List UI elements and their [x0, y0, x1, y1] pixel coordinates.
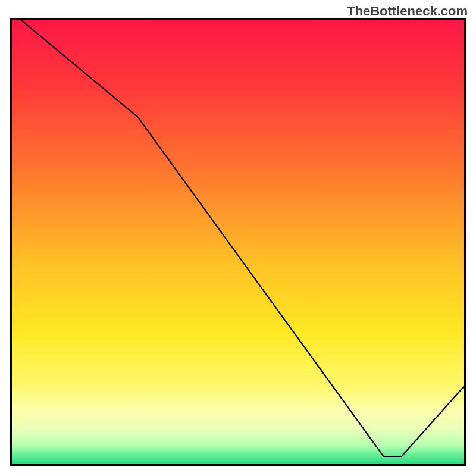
watermark-text: TheBottleneck.com: [347, 4, 468, 19]
chart-svg: [0, 0, 476, 476]
chart-container: TheBottleneck.com: [0, 0, 476, 476]
plot-background: [11, 19, 465, 465]
